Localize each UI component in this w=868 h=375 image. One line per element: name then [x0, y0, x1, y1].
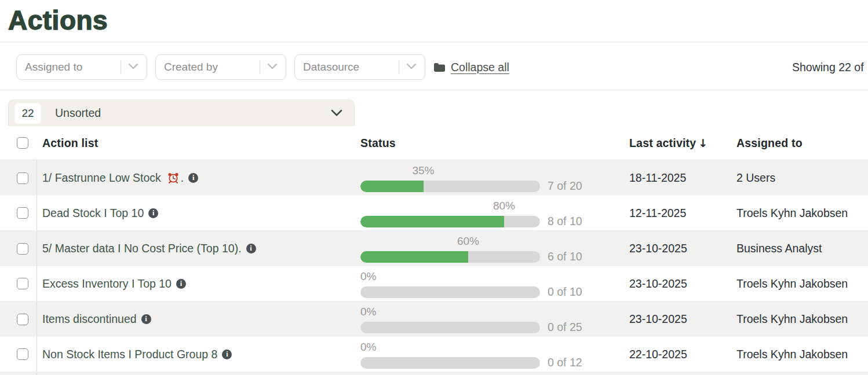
- row-checkbox[interactable]: [17, 207, 28, 219]
- folder-icon: [433, 62, 446, 72]
- dropdown-separator: [260, 60, 260, 74]
- last-activity-date: 12-11-2025: [629, 196, 686, 230]
- column-divider: [37, 337, 37, 372]
- partial-next-row: [0, 372, 868, 375]
- last-activity-date: 23-10-2025: [629, 231, 687, 266]
- progress-percent-label: 0%: [360, 306, 376, 318]
- info-icon[interactable]: i: [176, 279, 186, 289]
- progress-percent-label: 35%: [412, 164, 434, 177]
- column-divider: [37, 266, 37, 301]
- column-header-action-list: Action list: [42, 126, 98, 160]
- progress-count: 0 of 25: [548, 321, 582, 334]
- last-activity-date: 23-10-2025: [629, 266, 687, 301]
- action-title: 1/ Fastrunne Low Stock: [42, 171, 161, 185]
- progress-percent-label: 80%: [493, 200, 515, 212]
- created-by-filter-label: Created by: [164, 61, 260, 73]
- progress-count: 6 of 10: [548, 250, 582, 263]
- progress-bar: [360, 181, 540, 192]
- column-divider: [37, 196, 37, 230]
- progress-count: 0 of 10: [548, 285, 582, 299]
- assigned-to-value: Troels Kyhn Jakobsen: [736, 302, 848, 337]
- chevron-down-icon: [406, 62, 417, 72]
- row-checkbox[interactable]: [17, 314, 28, 325]
- action-title: Dead Stock I Top 10: [42, 207, 144, 220]
- progress-percent-label: 60%: [457, 235, 479, 248]
- progress-percent-label: 0%: [360, 341, 376, 354]
- table-row[interactable]: Items discontinued i 0% 0 of 25 23-10-20…: [0, 302, 868, 337]
- assigned-to-filter-label: Assigned to: [25, 61, 121, 73]
- collapse-all-label: Collapse all: [451, 61, 509, 74]
- alarm-clock-emoji: [167, 172, 180, 185]
- select-all-checkbox[interactable]: [17, 137, 28, 149]
- column-divider: [37, 302, 37, 337]
- assigned-to-filter-dropdown[interactable]: Assigned to: [16, 54, 147, 80]
- sort-descending-icon: ↓: [698, 137, 707, 149]
- dropdown-separator: [399, 60, 399, 74]
- progress-bar: [360, 251, 540, 263]
- showing-count-text: Showing 22 of: [792, 54, 864, 80]
- action-title: Excess Inventory I Top 10: [42, 277, 172, 291]
- title-suffix: .: [181, 171, 184, 185]
- filter-divider: [0, 90, 868, 90]
- datasource-filter-label: Datasource: [303, 61, 399, 73]
- assigned-to-value: Troels Kyhn Jakobsen: [736, 266, 848, 301]
- column-header-last-activity[interactable]: Last activity ↓: [629, 126, 707, 160]
- info-icon[interactable]: i: [246, 244, 256, 253]
- actions-table: Action list Status Last activity ↓ Assig…: [0, 126, 868, 372]
- progress-bar: [360, 216, 540, 227]
- collapse-all-link[interactable]: Collapse all: [433, 54, 509, 80]
- row-checkbox[interactable]: [17, 348, 28, 360]
- progress-count: 0 of 12: [548, 356, 582, 369]
- column-header-assigned-to: Assigned to: [736, 126, 803, 160]
- column-divider: [37, 160, 37, 196]
- action-title: 5/ Master data I No Cost Price (Top 10).: [42, 242, 242, 255]
- info-icon[interactable]: i: [141, 314, 151, 324]
- datasource-filter-dropdown[interactable]: Datasource: [294, 54, 425, 80]
- table-row[interactable]: Excess Inventory I Top 10 i 0% 0 of 10 2…: [0, 266, 868, 302]
- last-activity-date: 18-11-2025: [629, 160, 686, 196]
- progress-bar: [360, 286, 540, 298]
- last-activity-date: 23-10-2025: [629, 302, 687, 337]
- row-checkbox[interactable]: [17, 172, 28, 184]
- chevron-down-icon: [331, 109, 342, 117]
- progress-bar: [360, 357, 540, 369]
- progress-count: 8 of 10: [548, 215, 582, 228]
- progress-count: 7 of 20: [548, 179, 582, 193]
- page-title: Actions: [8, 0, 108, 41]
- action-title: Items discontinued: [42, 312, 137, 326]
- column-divider: [37, 231, 37, 266]
- title-divider: [0, 42, 868, 42]
- dropdown-separator: [121, 60, 121, 74]
- info-icon[interactable]: i: [222, 350, 232, 359]
- info-icon[interactable]: i: [148, 208, 158, 218]
- assigned-to-value: Troels Kyhn Jakobsen: [736, 196, 848, 230]
- progress-bar: [360, 322, 540, 333]
- chevron-down-icon: [128, 62, 138, 72]
- actions-page: Actions Assigned to Created by Datasourc…: [0, 0, 868, 375]
- assigned-to-value: Troels Kyhn Jakobsen: [736, 337, 848, 372]
- last-activity-date: 22-10-2025: [629, 337, 687, 372]
- table-row[interactable]: Dead Stock I Top 10 i 80% 8 of 10 12-11-…: [0, 196, 868, 231]
- chevron-down-icon: [267, 62, 278, 72]
- column-header-status: Status: [360, 126, 396, 160]
- action-title: Non Stock Items I Product Group 8: [42, 348, 217, 361]
- table-row[interactable]: 1/ Fastrunne Low Stock . i 35%: [0, 160, 868, 196]
- table-row[interactable]: Non Stock Items I Product Group 8 i 0% 0…: [0, 337, 868, 372]
- table-header-row: Action list Status Last activity ↓ Assig…: [0, 126, 868, 160]
- info-icon[interactable]: i: [188, 173, 198, 183]
- group-header-unsorted[interactable]: 22 Unsorted: [8, 100, 355, 126]
- assigned-to-value: 2 Users: [736, 160, 775, 196]
- created-by-filter-dropdown[interactable]: Created by: [155, 54, 286, 80]
- progress-percent-label: 0%: [360, 270, 376, 283]
- row-checkbox[interactable]: [17, 243, 28, 255]
- table-row[interactable]: 5/ Master data I No Cost Price (Top 10).…: [0, 231, 868, 266]
- assigned-to-value: Business Analyst: [736, 231, 822, 266]
- group-count-badge: 22: [14, 103, 41, 124]
- group-label: Unsorted: [55, 106, 331, 120]
- row-checkbox[interactable]: [17, 278, 28, 289]
